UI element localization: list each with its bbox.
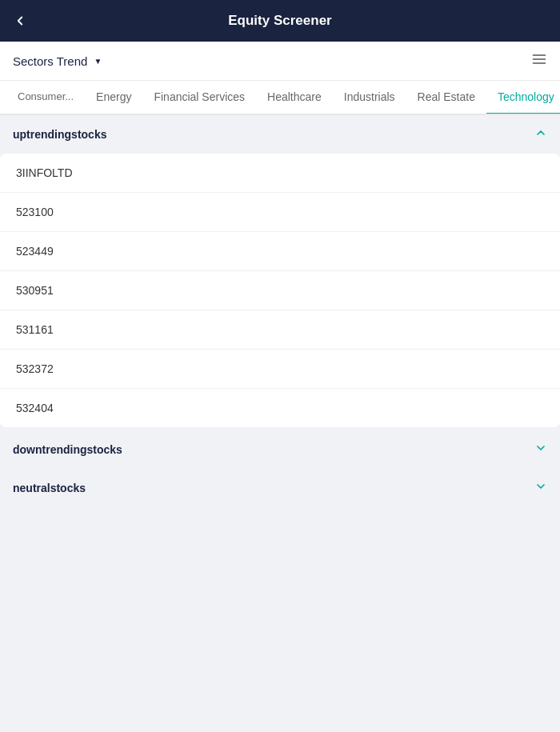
section-header-downtrending[interactable]: downtrendingstocks <box>0 430 560 469</box>
section-header-neutral[interactable]: neutralstocks <box>0 469 560 507</box>
chevron-down-icon <box>534 442 547 458</box>
sectors-trend-dropdown[interactable]: Sectors Trend ▼ <box>13 54 102 68</box>
list-item[interactable]: 532404 <box>0 389 560 427</box>
back-button[interactable] <box>13 14 27 28</box>
tab-industrials[interactable]: Industrials <box>333 81 406 115</box>
tab-financial[interactable]: Financial Services <box>142 81 256 115</box>
page-title: Equity Screener <box>228 13 331 29</box>
section-downtrending: downtrendingstocks <box>0 430 560 469</box>
list-item[interactable]: 3IINFOLTD <box>0 154 560 193</box>
tab-healthcare[interactable]: Healthcare <box>256 81 333 115</box>
tab-realestate[interactable]: Real Estate <box>406 81 486 115</box>
dropdown-icon: ▼ <box>94 57 102 66</box>
list-item[interactable]: 530951 <box>0 271 560 310</box>
tab-energy[interactable]: Energy <box>85 81 142 115</box>
menu-icon[interactable] <box>531 51 547 70</box>
chevron-down-icon-2 <box>534 480 547 496</box>
tab-technology[interactable]: Technology <box>486 81 560 115</box>
list-item[interactable]: 531161 <box>0 310 560 350</box>
list-item[interactable]: 532372 <box>0 350 560 389</box>
list-item[interactable]: 523100 <box>0 193 560 232</box>
list-item[interactable]: 523449 <box>0 232 560 271</box>
header: Equity Screener <box>0 0 560 42</box>
section-title-downtrending: downtrendingstocks <box>13 443 122 456</box>
section-neutral: neutralstocks <box>0 469 560 507</box>
content-area: uptrendingstocks 3IINFOLTD 523100 523449… <box>0 115 560 507</box>
chevron-up-icon <box>534 126 547 142</box>
tab-consumer[interactable]: Consumer... <box>6 81 85 115</box>
section-title-neutral: neutralstocks <box>13 482 86 494</box>
toolbar-label: Sectors Trend <box>13 54 87 68</box>
sector-tabs: Consumer... Energy Financial Services He… <box>0 81 560 115</box>
section-uptrending: uptrendingstocks 3IINFOLTD 523100 523449… <box>0 115 560 427</box>
stock-list-uptrending: 3IINFOLTD 523100 523449 530951 531161 53… <box>0 154 560 427</box>
section-title-uptrending: uptrendingstocks <box>13 128 106 141</box>
toolbar: Sectors Trend ▼ <box>0 42 560 81</box>
section-header-uptrending[interactable]: uptrendingstocks <box>0 115 560 154</box>
